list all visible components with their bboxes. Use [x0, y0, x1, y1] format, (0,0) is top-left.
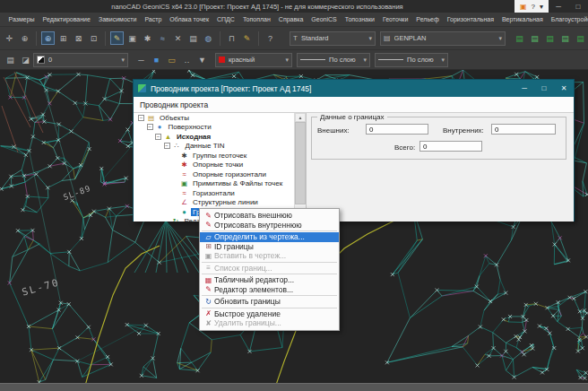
help-arrow-icon[interactable]: ▾	[540, 3, 543, 11]
context-menu-item-8[interactable]: ↻Обновить границы	[200, 297, 339, 307]
tree-item-7[interactable]: Примитивы & Файлы точек	[191, 179, 284, 187]
menubar-item-7[interactable]: Справка	[274, 16, 307, 22]
linetype-select[interactable]: По слою ▾	[297, 53, 370, 67]
doc-save-icon[interactable]: ▤	[543, 31, 557, 45]
help-icon[interactable]: ?	[264, 31, 277, 45]
layers-icon[interactable]: ▤	[4, 53, 17, 66]
zoom-scale-icon[interactable]: ⊕	[18, 31, 31, 45]
dialog-close-button[interactable]: ✕	[554, 80, 574, 97]
menubar-item-11[interactable]: Рельеф	[412, 16, 443, 22]
zoom-window-icon[interactable]: ⊞	[56, 31, 70, 45]
tree-row[interactable]: ✱Опорные точки	[134, 161, 294, 170]
tree-item-4[interactable]: Группы геоточек	[191, 152, 248, 160]
menubar-item-8[interactable]: GeoniCS	[307, 16, 341, 22]
chevron-down-icon[interactable]: ▾	[368, 35, 372, 42]
help-box[interactable]: ▣ ? ▾	[514, 0, 549, 13]
zoom-extents-icon[interactable]: ⊠	[72, 31, 85, 45]
tree-item-1[interactable]: Поверхности	[167, 123, 213, 131]
tree-item-2[interactable]: Исходная	[175, 133, 212, 141]
menubar-item-5[interactable]: СПДС	[212, 16, 238, 22]
layer-freeze-icon[interactable]: ▭	[165, 53, 178, 66]
layer-filter-icon[interactable]: ▼	[195, 53, 209, 66]
sketch-icon[interactable]: ✎	[240, 31, 254, 45]
zoom-object-icon[interactable]: ⊡	[87, 31, 100, 45]
zoom-dynamic-icon[interactable]: ⊕	[41, 31, 55, 45]
lineweight-select[interactable]: По слою ▾	[375, 53, 448, 67]
sphere-icon[interactable]: ◍	[202, 31, 215, 45]
chevron-down-icon[interactable]: ▾	[363, 56, 367, 64]
context-menu-item-3[interactable]: ⊞ID границы	[200, 242, 339, 252]
tree-row[interactable]: −∴Данные TIN	[134, 142, 294, 152]
menubar-item-10[interactable]: Геоточки	[378, 16, 411, 22]
menubar-item-13[interactable]: Вертикальная	[497, 16, 547, 22]
menubar-item-1[interactable]: Редактирование	[39, 16, 94, 22]
layer-lock-icon[interactable]: ■	[150, 53, 163, 66]
dialog-maximize-button[interactable]: □	[534, 80, 554, 97]
menubar-item-9[interactable]: Топознаки	[341, 16, 378, 22]
app-minimize-button[interactable]: ─	[549, 0, 568, 13]
tree-row[interactable]: ✱Группы геоточек	[134, 151, 294, 161]
doc-open-icon[interactable]: ▤	[528, 31, 541, 45]
scale-icon[interactable]: ✕	[171, 31, 185, 45]
tree-item-5[interactable]: Опорные точки	[191, 161, 245, 169]
app-maximize-button[interactable]: □	[568, 0, 588, 13]
tree-row[interactable]: ∠Структурные линии	[134, 198, 294, 208]
total-count-field[interactable]: 0	[419, 141, 482, 152]
tree-item-0[interactable]: Объекты	[158, 114, 191, 122]
layer-select[interactable]: 0 ▾	[33, 53, 128, 67]
image-icon[interactable]: ▤	[186, 31, 200, 45]
tree-scrollbar[interactable]: ▲ ▼	[294, 113, 306, 222]
context-menu-item-9[interactable]: ✗Быстрое удаление	[200, 309, 339, 319]
tree-collapse-icon[interactable]: −	[138, 115, 144, 121]
settings-icon[interactable]: ✱	[141, 31, 154, 45]
menubar-item-6[interactable]: Топоплан	[238, 16, 274, 22]
color-select[interactable]: красный ▾	[215, 53, 292, 67]
doc-new-icon[interactable]: ▤	[513, 31, 526, 45]
context-menu-item-1[interactable]: ✎Отрисовать внутреннюю	[200, 221, 339, 230]
tree-item-9[interactable]: Структурные линии	[191, 198, 260, 206]
dialog-titlebar[interactable]: Проводник проекта [Проект: Проект АД 174…	[134, 80, 574, 97]
tree-collapse-icon[interactable]: −	[164, 143, 170, 149]
dialog-minimize-button[interactable]: ─	[514, 80, 534, 97]
tree-collapse-icon[interactable]: −	[155, 134, 161, 140]
context-menu-item-7[interactable]: ✎Редактор элементов...	[200, 285, 339, 295]
tree-row[interactable]: ≈Опорные горизонтали	[134, 169, 294, 179]
text-style-select[interactable]: T Standard ▾	[290, 31, 376, 46]
chevron-down-icon[interactable]: ▾	[498, 35, 502, 42]
tree-row[interactable]: ≈Горизонтали	[134, 188, 294, 198]
menubar-item-2[interactable]: Зависимости	[94, 16, 140, 22]
layer-on-icon[interactable]: ─	[134, 53, 148, 66]
context-menu-item-6[interactable]: ▦Табличный редактор...	[200, 275, 339, 285]
menubar-item-4[interactable]: Облака точек	[166, 16, 213, 22]
layer-dots-icon[interactable]: ‥	[180, 53, 194, 66]
tree-collapse-icon[interactable]: −	[147, 124, 153, 130]
tree-item-3[interactable]: Данные TIN	[184, 142, 227, 150]
tree-row[interactable]: ▣Примитивы & Файлы точек	[134, 179, 294, 189]
menubar-item-0[interactable]: Размеры	[4, 16, 39, 22]
context-menu-item-2[interactable]: ▱Определить из чертежа...	[200, 232, 339, 242]
internal-count-field[interactable]: 0	[491, 124, 556, 135]
context-menu-item-0[interactable]: ✎Отрисовать внешнюю	[200, 211, 339, 221]
chevron-down-icon[interactable]: ▾	[285, 56, 289, 64]
properties-icon[interactable]: ▣	[125, 31, 139, 45]
menubar-item-3[interactable]: Растр	[141, 16, 166, 22]
scroll-up-icon[interactable]: ▲	[295, 113, 306, 122]
chevron-down-icon[interactable]: ▾	[121, 56, 125, 64]
scrollbar-thumb[interactable]	[295, 122, 306, 204]
tree-item-8[interactable]: Горизонтали	[191, 189, 237, 197]
tree-row[interactable]: −▲Исходная	[134, 132, 294, 142]
chevron-down-icon[interactable]: ▾	[441, 56, 445, 64]
doc-export-icon[interactable]: ▤	[574, 31, 587, 45]
menubar-item-14[interactable]: Благоустройство	[547, 16, 588, 22]
help-question-icon[interactable]: ?	[532, 3, 535, 11]
menubar-item-12[interactable]: Горизонтальная	[443, 16, 497, 22]
layer-state-icon[interactable]: ◪	[19, 53, 32, 66]
profile-icon[interactable]: ≈	[156, 31, 169, 45]
tree-row[interactable]: −●Поверхности	[134, 123, 294, 133]
layout-select[interactable]: ▤ GENPLAN ▾	[380, 31, 506, 46]
doc-import-icon[interactable]: ▤	[558, 31, 572, 45]
tree-row[interactable]: −▤Объекты	[134, 113, 294, 123]
tree-item-6[interactable]: Опорные горизонтали	[191, 170, 268, 178]
edit-pencil-icon[interactable]: ✎	[110, 31, 124, 45]
external-count-field[interactable]: 0	[366, 124, 428, 135]
